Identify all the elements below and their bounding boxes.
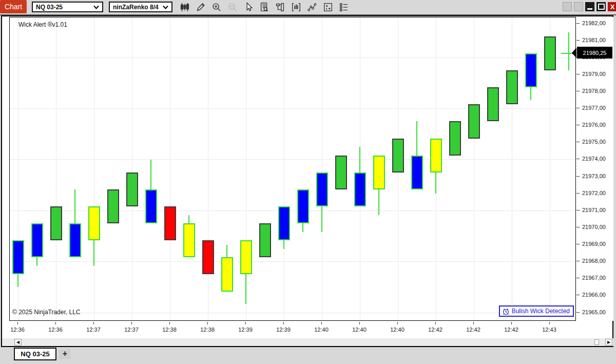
interval-link-button[interactable] bbox=[574, 2, 583, 11]
renko-bar-blue bbox=[525, 53, 537, 87]
drawing-tools-icon[interactable] bbox=[194, 1, 207, 14]
price-tick-label: 21979,00 bbox=[582, 71, 612, 78]
time-tick-label: 12:37 bbox=[120, 327, 143, 333]
price-axis[interactable]: 21982,0021981,0021980,0021979,0021978,00… bbox=[576, 17, 613, 321]
maximize-glyph bbox=[598, 4, 605, 10]
price-tick bbox=[576, 244, 580, 244]
zoom-in-icon[interactable] bbox=[210, 1, 223, 14]
time-tick bbox=[549, 322, 550, 324]
scroll-left-button[interactable]: ◀ bbox=[14, 339, 22, 346]
gridline-vertical bbox=[56, 17, 56, 320]
renko-bar-yellow bbox=[183, 223, 195, 257]
price-tick-label: 21982,00 bbox=[582, 20, 612, 27]
time-tick-label: 12:38 bbox=[196, 327, 219, 333]
price-tick bbox=[576, 193, 580, 194]
chart-menu-button[interactable]: Chart bbox=[0, 0, 27, 13]
time-tick-label: 12:42 bbox=[462, 327, 485, 333]
candle-wick-high bbox=[150, 160, 151, 189]
renko-bar-green bbox=[487, 87, 499, 121]
plot-area[interactable]: Wick Alert ®v1.01 © 2025 NinjaTrader, LL… bbox=[9, 17, 576, 321]
gridline-horizontal bbox=[10, 313, 575, 313]
gridline-vertical bbox=[322, 17, 322, 320]
strategy-icon[interactable] bbox=[321, 1, 335, 14]
renko-bar-yellow bbox=[88, 206, 100, 240]
time-tick bbox=[397, 322, 398, 324]
bar-type-icon[interactable] bbox=[290, 1, 303, 14]
interval-selector[interactable]: ninZaRenko 8/4 bbox=[109, 2, 172, 12]
renko-bar-blue bbox=[316, 173, 328, 206]
price-tick-label: 21969,00 bbox=[582, 241, 612, 247]
zoom-out-icon[interactable] bbox=[226, 1, 239, 14]
interval-selector-value: ninZaRenko 8/4 bbox=[113, 4, 160, 11]
line-tool-icon[interactable] bbox=[305, 1, 319, 14]
time-tick bbox=[359, 322, 360, 324]
chevron-down-icon bbox=[163, 5, 168, 9]
tab-bar: NQ 03-25 + bbox=[0, 348, 616, 364]
renko-bar-yellow bbox=[240, 240, 252, 274]
price-tick bbox=[576, 142, 580, 142]
alert-badge: Bulish Wick Detected bbox=[499, 305, 574, 317]
price-tick-label: 21974,00 bbox=[582, 156, 612, 162]
renko-bar-blue bbox=[145, 189, 157, 223]
alarm-clock-icon bbox=[502, 308, 510, 315]
renko-bar-green bbox=[259, 223, 271, 257]
price-tick bbox=[576, 125, 580, 125]
tab-nq-03-25[interactable]: NQ 03-25 bbox=[14, 348, 56, 360]
horizontal-scrollbar[interactable]: ◀ ▶ bbox=[2, 338, 613, 346]
gridline-vertical bbox=[284, 17, 284, 320]
copyright-label: © 2025 NinjaTrader, LLC bbox=[12, 309, 80, 316]
price-tick-label: 21967,00 bbox=[582, 275, 612, 281]
time-tick bbox=[435, 322, 436, 324]
time-tick-label: 12:39 bbox=[234, 327, 257, 333]
window-button-group: X bbox=[563, 2, 616, 11]
last-price-tag: 21980,25 bbox=[577, 47, 612, 59]
add-tab-button[interactable]: + bbox=[59, 349, 71, 359]
price-tick bbox=[576, 91, 580, 91]
properties-icon[interactable] bbox=[337, 1, 351, 14]
candle-wick-high bbox=[416, 121, 417, 155]
scroll-right-button[interactable]: ▶ bbox=[605, 339, 612, 346]
price-tick bbox=[576, 23, 580, 24]
gridline-vertical bbox=[170, 17, 170, 320]
price-tick-label: 21966,00 bbox=[582, 292, 612, 298]
instrument-selector[interactable]: NQ 03-25 bbox=[32, 2, 103, 12]
toolbar: Chart NQ 03-25 ninZaRenko 8/4 X bbox=[0, 0, 616, 15]
gridline-vertical bbox=[208, 17, 208, 320]
chart-trader-icon[interactable] bbox=[274, 1, 287, 14]
price-tick-label: 21976,00 bbox=[582, 122, 612, 128]
close-button[interactable]: X bbox=[608, 2, 616, 11]
price-tick bbox=[576, 176, 580, 177]
price-tick bbox=[576, 159, 580, 159]
time-tick-label: 12:36 bbox=[6, 327, 29, 333]
cursor-icon[interactable] bbox=[242, 1, 255, 14]
price-tick-label: 21972,00 bbox=[582, 190, 612, 197]
candle-wick-high bbox=[74, 189, 75, 223]
current-bar-marker-vertical bbox=[568, 32, 569, 71]
maximize-button[interactable] bbox=[596, 2, 606, 11]
data-box-icon[interactable] bbox=[258, 1, 271, 14]
chevron-down-icon bbox=[93, 5, 99, 9]
price-tick-label: 21965,00 bbox=[582, 309, 612, 316]
candle-wick-high bbox=[226, 245, 227, 258]
time-tick-label: 12:38 bbox=[158, 327, 181, 333]
price-tick-label: 21970,00 bbox=[582, 224, 612, 231]
renko-bar-yellow bbox=[373, 156, 385, 189]
time-tick bbox=[511, 322, 512, 324]
instrument-link-button[interactable] bbox=[563, 2, 572, 11]
toolbar-icon-group bbox=[178, 1, 353, 14]
time-tick-label: 12:42 bbox=[424, 327, 447, 333]
time-tick bbox=[55, 322, 56, 324]
price-tick bbox=[576, 210, 580, 210]
renko-bar-blue bbox=[31, 223, 43, 257]
renko-bar-blue bbox=[69, 223, 81, 257]
candlestick-chart-icon[interactable] bbox=[178, 1, 191, 14]
candle-wick-high bbox=[359, 147, 360, 173]
ninjatrader-chart-window: Chart NQ 03-25 ninZaRenko 8/4 X Wick Ale… bbox=[0, 0, 616, 364]
indicator-label: Wick Alert ®v1.01 bbox=[18, 21, 67, 28]
scrollbar-thumb[interactable] bbox=[594, 339, 599, 345]
renko-bar-red bbox=[202, 240, 214, 274]
time-tick-label: 12:40 bbox=[310, 327, 333, 333]
minimize-button[interactable] bbox=[585, 2, 594, 11]
time-axis[interactable]: 12:3612:3612:3712:3712:3812:3812:3912:39… bbox=[9, 321, 576, 337]
price-tick bbox=[576, 40, 580, 41]
